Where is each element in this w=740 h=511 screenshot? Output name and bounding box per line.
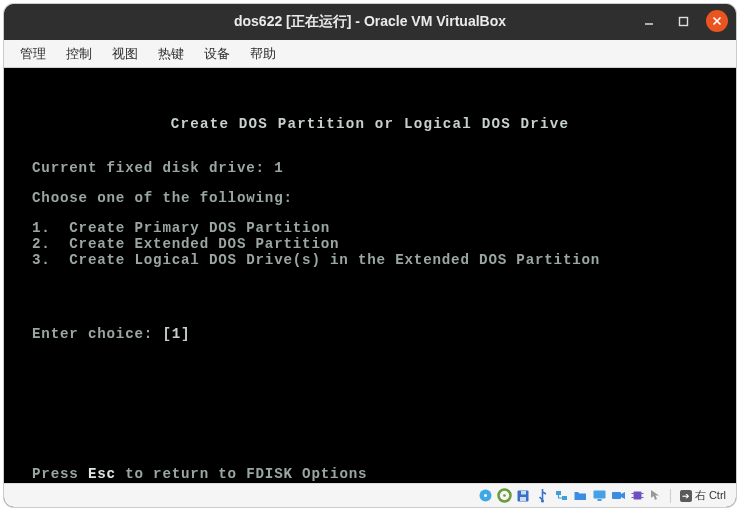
usb-icon[interactable] bbox=[534, 487, 551, 504]
recording-icon[interactable] bbox=[610, 487, 627, 504]
svg-rect-17 bbox=[633, 492, 641, 500]
close-button[interactable] bbox=[706, 10, 728, 32]
svg-point-5 bbox=[484, 494, 487, 497]
menu-control[interactable]: 控制 bbox=[58, 42, 100, 66]
menu-hotkeys[interactable]: 热键 bbox=[150, 42, 192, 66]
svg-rect-15 bbox=[597, 499, 601, 501]
host-key-arrow-icon: ➔ bbox=[680, 490, 692, 502]
svg-rect-16 bbox=[612, 492, 621, 499]
menubar: 管理 控制 视图 热键 设备 帮助 bbox=[4, 40, 736, 68]
fdisk-option-1: 1. Create Primary DOS Partition bbox=[32, 220, 708, 236]
svg-rect-13 bbox=[562, 496, 567, 500]
enter-choice-label: Enter choice: bbox=[32, 326, 162, 342]
optical-disk-icon[interactable] bbox=[496, 487, 513, 504]
menu-view[interactable]: 视图 bbox=[104, 42, 146, 66]
fdisk-title: Create DOS Partition or Logical DOS Driv… bbox=[32, 116, 708, 132]
statusbar: ➔ 右 Ctrl bbox=[4, 483, 736, 507]
shared-folder-icon[interactable] bbox=[572, 487, 589, 504]
fdisk-option-3: 3. Create Logical DOS Drive(s) in the Ex… bbox=[32, 252, 708, 268]
current-disk-line: Current fixed disk drive: 1 bbox=[32, 160, 708, 176]
maximize-button[interactable] bbox=[672, 10, 694, 32]
current-disk-value: 1 bbox=[274, 160, 283, 176]
network-icon[interactable] bbox=[553, 487, 570, 504]
enter-choice-line: Enter choice: [1] bbox=[32, 326, 708, 342]
host-key-label: 右 Ctrl bbox=[695, 488, 726, 503]
footer-post: to return to FDISK Options bbox=[116, 466, 367, 482]
statusbar-separator bbox=[670, 489, 671, 503]
svg-point-7 bbox=[503, 494, 506, 497]
virtualbox-window: dos622 [正在运行] - Oracle VM VirtualBox 管理 … bbox=[4, 4, 736, 507]
esc-key-label: Esc bbox=[88, 466, 116, 482]
svg-rect-9 bbox=[520, 497, 526, 501]
floppy-icon[interactable] bbox=[515, 487, 532, 504]
enter-choice-value[interactable]: [1] bbox=[162, 326, 190, 342]
svg-rect-14 bbox=[593, 491, 605, 499]
current-disk-label: Current fixed disk drive: bbox=[32, 160, 274, 176]
mouse-integration-icon[interactable] bbox=[648, 487, 665, 504]
hard-disk-icon[interactable] bbox=[477, 487, 494, 504]
window-title: dos622 [正在运行] - Oracle VM VirtualBox bbox=[234, 13, 506, 31]
window-controls bbox=[638, 10, 728, 32]
guest-screen[interactable]: Create DOS Partition or Logical DOS Driv… bbox=[4, 68, 736, 483]
svg-rect-10 bbox=[521, 491, 526, 495]
host-key-indicator[interactable]: ➔ 右 Ctrl bbox=[676, 488, 730, 503]
fdisk-option-2: 2. Create Extended DOS Partition bbox=[32, 236, 708, 252]
menu-devices[interactable]: 设备 bbox=[196, 42, 238, 66]
display-icon[interactable] bbox=[591, 487, 608, 504]
processor-icon[interactable] bbox=[629, 487, 646, 504]
footer-pre: Press bbox=[32, 466, 88, 482]
svg-rect-1 bbox=[679, 17, 687, 25]
svg-point-11 bbox=[541, 499, 544, 502]
titlebar: dos622 [正在运行] - Oracle VM VirtualBox bbox=[4, 4, 736, 40]
svg-rect-12 bbox=[556, 491, 561, 495]
minimize-button[interactable] bbox=[638, 10, 660, 32]
choose-label: Choose one of the following: bbox=[32, 190, 708, 206]
menu-manage[interactable]: 管理 bbox=[12, 42, 54, 66]
footer-hint: Press Esc to return to FDISK Options bbox=[32, 466, 367, 482]
menu-help[interactable]: 帮助 bbox=[242, 42, 284, 66]
